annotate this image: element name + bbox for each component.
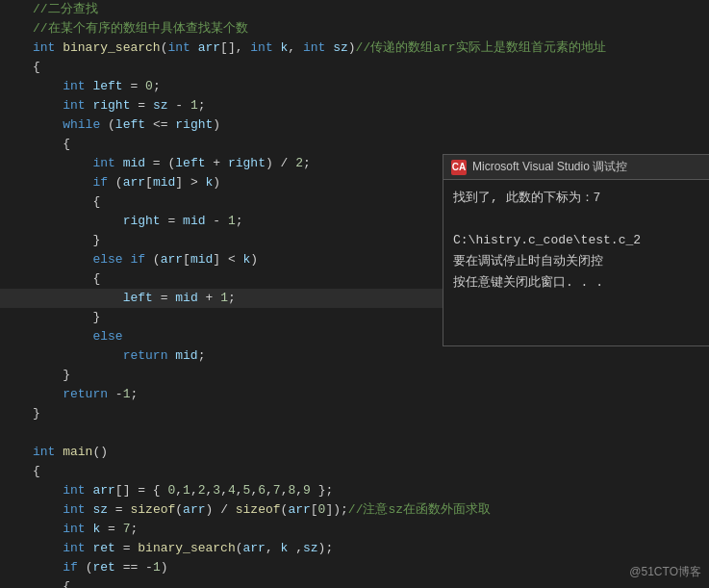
code-line <box>0 423 709 443</box>
console-title-bar: CA Microsoft Visual Studio 调试控 <box>443 155 709 180</box>
code-line: int sz = sizeof(arr) / sizeof(arr[0]);//… <box>0 500 709 520</box>
code-line: { <box>0 135 709 154</box>
code-line: return mid; <box>0 346 709 366</box>
code-line: { <box>0 462 709 481</box>
watermark: @51CTO博客 <box>629 564 701 580</box>
code-line: } <box>0 404 709 423</box>
code-line: int arr[] = { 0,1,2,3,4,5,6,7,8,9 }; <box>0 481 709 500</box>
code-line: int k = 7; <box>0 520 709 539</box>
console-title-text: Microsoft Visual Studio 调试控 <box>472 159 627 175</box>
code-line: //在某个有序的数组中具体查找某个数 <box>0 19 709 38</box>
console-line-5: 按任意键关闭此窗口. . . <box>453 272 701 294</box>
console-window: CA Microsoft Visual Studio 调试控 找到了, 此数的下… <box>443 154 709 346</box>
console-line-1: 找到了, 此数的下标为：7 <box>453 188 701 209</box>
code-line: while (left <= right) <box>0 115 709 135</box>
console-line-3: C:\histry.c_code\test.c_2 <box>453 230 701 251</box>
code-line: int binary_search(int arr[], int k, int … <box>0 38 709 58</box>
editor-area: //二分查找 //在某个有序的数组中具体查找某个数 int binary_sea… <box>0 0 709 588</box>
code-line: } <box>0 366 709 385</box>
console-line-4: 要在调试停止时自动关闭控 <box>453 251 701 272</box>
code-line: int main() <box>0 443 709 462</box>
code-line: //二分查找 <box>0 0 709 19</box>
console-body: 找到了, 此数的下标为：7 C:\histry.c_code\test.c_2 … <box>443 180 709 345</box>
code-line: return -1; <box>0 385 709 404</box>
code-line: { <box>0 58 709 77</box>
code-line: int left = 0; <box>0 77 709 96</box>
console-line-blank <box>453 209 701 230</box>
code-line: if (ret == -1) <box>0 558 709 577</box>
vs-icon: CA <box>451 160 467 175</box>
code-line: int ret = binary_search(arr, k ,sz); <box>0 539 709 558</box>
code-line: int right = sz - 1; <box>0 96 709 115</box>
code-line: { <box>0 577 709 588</box>
